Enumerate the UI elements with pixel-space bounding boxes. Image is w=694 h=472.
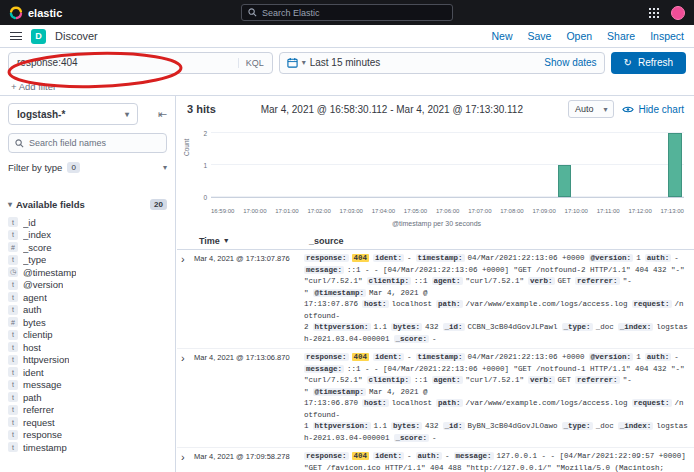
available-fields-header[interactable]: ▾ Available fields 20: [8, 199, 167, 210]
x-axis-title: @timestamp per 30 seconds: [185, 220, 688, 227]
field-search-input[interactable]: Search field names: [8, 133, 167, 153]
field-name: request: [23, 417, 55, 428]
field-key: _id:: [443, 323, 465, 331]
field-item-referrer[interactable]: treferrer: [8, 404, 167, 417]
apps-grid-icon[interactable]: [649, 8, 659, 18]
field-item-ident[interactable]: tident: [8, 366, 167, 379]
global-search-input[interactable]: Search Elastic: [241, 4, 453, 21]
expand-row-icon[interactable]: ›: [181, 451, 194, 472]
field-name: bytes: [23, 317, 46, 328]
elastic-brand[interactable]: elastic: [9, 6, 62, 20]
x-tick-label: 16:59:00: [211, 208, 234, 214]
time-column-header[interactable]: Time ▼: [199, 236, 309, 246]
filter-by-type[interactable]: Filter by type 0 ▾: [8, 162, 167, 173]
field-item-host[interactable]: thost: [8, 341, 167, 354]
collapse-sidebar-icon[interactable]: ⇤: [158, 108, 167, 121]
hits-count: 3 hits: [187, 103, 216, 115]
date-picker[interactable]: ▾ Last 15 minutes Show dates: [279, 52, 605, 74]
field-item-_index[interactable]: t_index: [8, 229, 167, 242]
query-text: response:404: [17, 57, 78, 68]
field-value: CCBN_3cB04dGovJLPawl: [468, 323, 558, 331]
field-item-timestamp[interactable]: ttimestamp: [8, 441, 167, 454]
field-value: GET: [558, 376, 572, 384]
field-key: referrer:: [575, 376, 620, 384]
nav-bar: D Discover New Save Open Share Inspect: [0, 25, 694, 48]
field-name: @timestamp: [23, 267, 76, 278]
open-button[interactable]: Open: [566, 30, 592, 42]
field-value: -: [432, 335, 437, 343]
field-name: timestamp: [23, 442, 67, 453]
field-name: _index: [23, 229, 51, 240]
expand-row-icon[interactable]: ›: [181, 253, 194, 345]
field-item-agent[interactable]: tagent: [8, 291, 167, 304]
string-field-type-icon: t: [8, 417, 18, 427]
query-input[interactable]: response:404 KQL: [8, 52, 273, 74]
field-name: _score: [23, 242, 52, 253]
field-key: path:: [436, 399, 463, 407]
field-item-_score[interactable]: #_score: [8, 241, 167, 254]
doc-table-row: ›Mar 4, 2021 @ 17:09:58.278response:404i…: [177, 448, 694, 472]
field-item-response[interactable]: tresponse: [8, 429, 167, 442]
doc-source-cell: response:404ident:-timestamp:04/Mar/2021…: [304, 352, 688, 444]
field-key: auth:: [645, 353, 672, 361]
histogram-bar-17:09:30[interactable]: [558, 165, 571, 197]
save-button[interactable]: Save: [527, 30, 551, 42]
y-axis-label: Count: [183, 139, 190, 156]
show-dates-button[interactable]: Show dates: [544, 57, 596, 68]
y-tick-label: 1: [203, 162, 207, 169]
expand-row-icon[interactable]: ›: [181, 352, 194, 444]
field-item-clientip[interactable]: tclientip: [8, 329, 167, 342]
new-button[interactable]: New: [491, 30, 512, 42]
refresh-button[interactable]: ↻ Refresh: [611, 52, 686, 74]
chevron-down-icon: ▾: [125, 110, 129, 119]
user-avatar[interactable]: [671, 6, 685, 20]
string-field-type-icon: t: [8, 442, 18, 452]
field-value: "curl/7.52.1": [466, 277, 525, 285]
field-value: -: [674, 254, 679, 262]
time-range-label[interactable]: Last 15 minutes: [310, 57, 381, 68]
string-field-type-icon: t: [8, 255, 18, 265]
calendar-icon: [287, 57, 298, 68]
field-item-@timestamp[interactable]: ◷@timestamp: [8, 266, 167, 279]
interval-select[interactable]: Auto ▾: [568, 100, 615, 118]
string-field-type-icon: t: [8, 355, 18, 365]
field-value: -: [407, 353, 412, 361]
field-key: ident:: [373, 452, 404, 460]
field-key: response:: [304, 452, 349, 460]
field-item-bytes[interactable]: #bytes: [8, 316, 167, 329]
field-value: -: [407, 254, 412, 262]
inspect-button[interactable]: Inspect: [650, 30, 684, 42]
field-item-auth[interactable]: tauth: [8, 304, 167, 317]
field-item-message[interactable]: tmessage: [8, 379, 167, 392]
string-field-type-icon: t: [8, 380, 18, 390]
query-language-button[interactable]: KQL: [238, 58, 264, 68]
string-field-type-icon: t: [8, 330, 18, 340]
field-item-_type[interactable]: t_type: [8, 254, 167, 267]
field-item-httpversion[interactable]: thttpversion: [8, 354, 167, 367]
field-list: t_idt_index#_scoret_type◷@timestampt@ver…: [8, 216, 167, 454]
menu-icon[interactable]: [10, 32, 22, 40]
interval-value: Auto: [575, 104, 594, 114]
doc-time-cell: Mar 4, 2021 @ 17:13:06.870: [194, 352, 304, 444]
field-item-request[interactable]: trequest: [8, 416, 167, 429]
hide-chart-button[interactable]: Hide chart: [622, 104, 684, 115]
field-key: @version:: [589, 254, 634, 262]
field-item-_id[interactable]: t_id: [8, 216, 167, 229]
x-tick-label: 17:06:00: [436, 208, 459, 214]
field-item-@version[interactable]: t@version: [8, 279, 167, 292]
field-value: 1.1: [374, 323, 388, 331]
doc-table-header: Time ▼ _source: [177, 232, 694, 250]
histogram-bar-17:13:00[interactable]: [668, 133, 681, 197]
discover-app-icon[interactable]: D: [31, 29, 46, 44]
x-tick-label: 17:02:00: [307, 208, 330, 214]
add-filter-button[interactable]: + Add filter: [11, 81, 56, 92]
global-header: elastic Search Elastic: [0, 0, 694, 25]
field-key: ident:: [373, 353, 404, 361]
gridline: [211, 132, 684, 133]
field-key: timestamp:: [416, 254, 465, 262]
index-pattern-select[interactable]: logstash-* ▾: [8, 103, 138, 125]
share-button[interactable]: Share: [607, 30, 635, 42]
field-item-path[interactable]: tpath: [8, 391, 167, 404]
field-name: response: [23, 429, 62, 440]
histogram-plot: 012: [211, 127, 684, 198]
